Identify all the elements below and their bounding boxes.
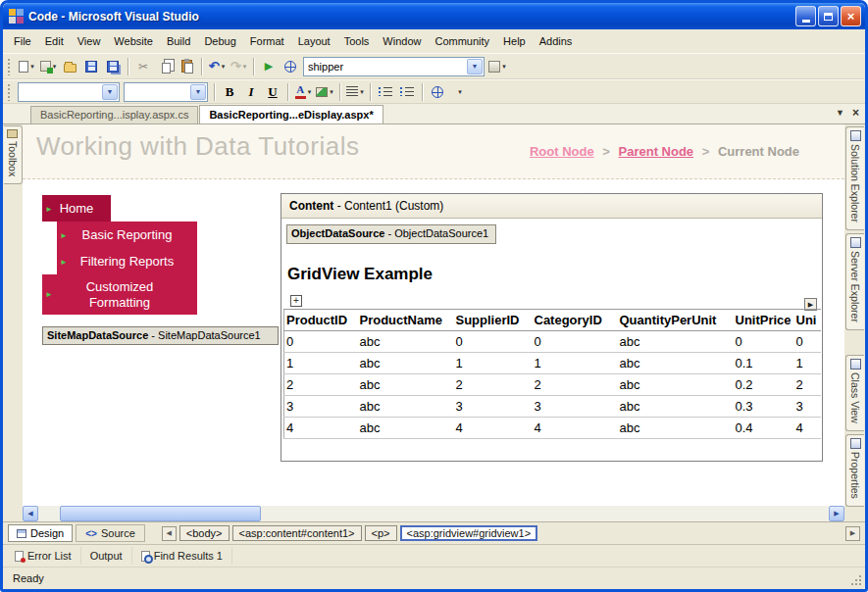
copy-button[interactable] bbox=[154, 56, 176, 77]
breadcrumb-parent-link[interactable]: Parent Node bbox=[619, 144, 694, 159]
toolbar-options-button[interactable]: ▾ bbox=[448, 81, 470, 103]
minimize-button[interactable] bbox=[795, 6, 816, 26]
scrollbar-thumb[interactable] bbox=[60, 506, 261, 521]
control-type-label: SiteMapDataSource bbox=[47, 329, 148, 341]
solution-explorer-tab[interactable]: Solution Explorer bbox=[845, 126, 864, 230]
class-view-tab[interactable]: Class View bbox=[845, 355, 864, 431]
close-icon: × bbox=[847, 9, 855, 24]
tag-p[interactable]: <p> bbox=[365, 525, 397, 541]
doc-tab-codebehind[interactable]: BasicReporting...isplay.aspx.cs bbox=[30, 106, 198, 123]
error-list-tab[interactable]: Error List bbox=[6, 547, 81, 565]
save-button[interactable] bbox=[80, 56, 102, 77]
combo-dropdown-icon[interactable]: ▼ bbox=[102, 84, 118, 100]
tag-asp-gridview-selected[interactable]: <asp:gridview#gridview1> bbox=[400, 525, 538, 541]
numbered-list-button[interactable] bbox=[375, 81, 396, 103]
dropdown-icon[interactable]: ▾ bbox=[30, 63, 34, 71]
dropdown-icon[interactable]: ▾ bbox=[330, 88, 333, 96]
gridview-control[interactable]: ProductID ProductName SupplierID Categor… bbox=[283, 309, 821, 447]
menu-view[interactable]: View bbox=[71, 31, 108, 51]
new-file-button[interactable]: ▾ bbox=[16, 56, 37, 77]
resize-grip[interactable] bbox=[850, 574, 862, 586]
underline-button[interactable]: U bbox=[262, 81, 283, 103]
dropdown-icon[interactable]: ▾ bbox=[458, 88, 462, 96]
toolbox-tab[interactable]: Toolbox bbox=[4, 125, 23, 184]
menu-file[interactable]: File bbox=[7, 31, 38, 51]
tag-scroll-left-button[interactable]: ◀ bbox=[162, 526, 177, 541]
tag-body[interactable]: <body> bbox=[179, 525, 230, 541]
start-debug-button[interactable]: ▶ bbox=[258, 56, 280, 77]
dropdown-icon[interactable]: ▾ bbox=[53, 63, 57, 71]
tag-asp-content[interactable]: <asp:content#content1> bbox=[232, 525, 362, 541]
nav-item-customized-formatting[interactable]: ► Customized Formatting bbox=[42, 274, 197, 315]
properties-tab[interactable]: Properties bbox=[845, 434, 864, 507]
browse-button[interactable] bbox=[280, 56, 301, 77]
nav-item-basic-reporting[interactable]: ► Basic Reporting bbox=[57, 222, 197, 248]
font-name-combo[interactable]: ▼ bbox=[18, 82, 120, 102]
hyperlink-button[interactable] bbox=[427, 81, 448, 103]
dropdown-icon[interactable]: ▾ bbox=[308, 88, 312, 96]
content-panel-header[interactable]: Content - Content1 (Custom) bbox=[281, 194, 822, 219]
undo-button[interactable]: ↶▾ bbox=[206, 56, 228, 77]
menu-website[interactable]: Website bbox=[107, 31, 160, 51]
maximize-button[interactable] bbox=[818, 6, 839, 26]
dropdown-icon[interactable]: ▾ bbox=[360, 88, 364, 96]
italic-button[interactable]: I bbox=[240, 81, 262, 103]
add-item-button[interactable]: ▾ bbox=[37, 56, 59, 77]
tab-close-icon[interactable]: × bbox=[852, 108, 859, 118]
menu-build[interactable]: Build bbox=[160, 31, 197, 51]
save-all-button[interactable] bbox=[102, 56, 124, 77]
menu-community[interactable]: Community bbox=[428, 31, 496, 51]
source-view-tab[interactable]: <> Source bbox=[76, 524, 145, 542]
font-size-combo[interactable]: ▼ bbox=[124, 82, 208, 102]
titlebar[interactable]: Code - Microsoft Visual Studio × bbox=[3, 3, 865, 29]
dropdown-icon[interactable]: ▾ bbox=[243, 63, 247, 71]
close-button[interactable]: × bbox=[841, 6, 861, 26]
toolbar-grip[interactable] bbox=[7, 58, 12, 75]
grid-header-cell: Uni bbox=[794, 310, 822, 331]
object-combo[interactable]: shipper ▼ bbox=[303, 57, 485, 76]
menu-format[interactable]: Format bbox=[243, 31, 291, 51]
design-view-tab[interactable]: Design bbox=[8, 524, 73, 542]
scroll-left-button[interactable]: ◀ bbox=[23, 506, 38, 521]
sitemapdatasource-control[interactable]: SiteMapDataSource - SiteMapDataSource1 bbox=[42, 326, 279, 345]
bullet-list-button[interactable] bbox=[396, 81, 418, 103]
scroll-right-button[interactable]: ▶ bbox=[829, 506, 844, 521]
content-placeholder-panel[interactable]: Content - Content1 (Custom) ObjectDataSo… bbox=[281, 193, 823, 462]
cut-button[interactable]: ✂ bbox=[132, 56, 154, 77]
extra-tool-button[interactable]: ▾ bbox=[486, 56, 508, 77]
bold-button[interactable]: B bbox=[219, 81, 240, 103]
menu-tools[interactable]: Tools bbox=[337, 31, 377, 51]
solution-explorer-icon bbox=[850, 130, 861, 141]
combo-dropdown-icon[interactable]: ▼ bbox=[467, 59, 483, 74]
gridview-select-glyph[interactable]: + bbox=[290, 295, 302, 307]
tag-scroll-right-button[interactable]: ▶ bbox=[845, 526, 860, 541]
menu-addins[interactable]: Addins bbox=[533, 31, 580, 51]
find-results-tab[interactable]: Find Results 1 bbox=[132, 547, 232, 565]
combo-dropdown-icon[interactable]: ▼ bbox=[190, 84, 206, 100]
breadcrumb-root-link[interactable]: Root Node bbox=[530, 144, 594, 159]
nav-item-filtering-reports[interactable]: ► Filtering Reports bbox=[57, 248, 197, 274]
dropdown-icon[interactable]: ▾ bbox=[222, 63, 226, 71]
highlight-button[interactable]: ▾ bbox=[314, 81, 335, 103]
font-color-button[interactable]: A ▾ bbox=[292, 81, 314, 103]
menu-edit[interactable]: Edit bbox=[38, 31, 71, 51]
server-explorer-tab[interactable]: Server Explorer bbox=[845, 233, 864, 330]
horizontal-scrollbar[interactable]: ◀ ▶ bbox=[23, 506, 844, 521]
doc-tab-aspx-active[interactable]: BasicReporting...eDisplay.aspx* bbox=[199, 105, 383, 123]
dropdown-icon[interactable]: ▾ bbox=[502, 63, 506, 71]
redo-button[interactable]: ↷▾ bbox=[228, 56, 249, 77]
objectdatasource-control[interactable]: ObjectDataSource - ObjectDataSource1 bbox=[286, 224, 496, 244]
align-button[interactable]: ▾ bbox=[344, 81, 366, 103]
menu-layout[interactable]: Layout bbox=[291, 31, 337, 51]
menu-window[interactable]: Window bbox=[376, 31, 428, 51]
paste-button[interactable] bbox=[176, 56, 197, 77]
menu-debug[interactable]: Debug bbox=[197, 31, 242, 51]
grid-cell: abc bbox=[358, 353, 454, 374]
open-file-button[interactable] bbox=[59, 56, 80, 77]
nav-item-home[interactable]: ► Home bbox=[42, 195, 111, 222]
design-surface[interactable]: Working with Data Tutorials Root Node > … bbox=[23, 124, 844, 521]
toolbar-grip[interactable] bbox=[7, 83, 12, 101]
menu-help[interactable]: Help bbox=[496, 31, 533, 51]
output-tab[interactable]: Output bbox=[81, 547, 132, 565]
tab-list-dropdown-icon[interactable]: ▼ bbox=[836, 108, 844, 118]
